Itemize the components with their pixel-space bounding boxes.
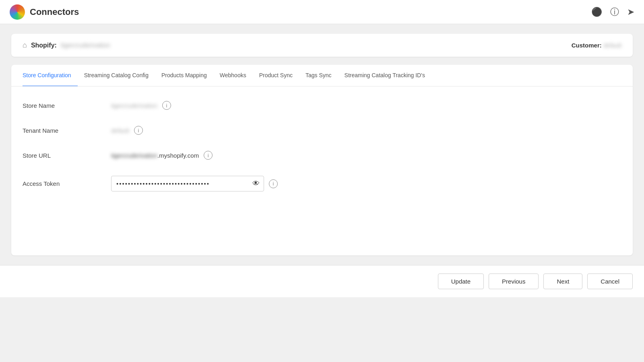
tab-streaming-catalog-config[interactable]: Streaming Catalog Config — [78, 65, 155, 86]
previous-button[interactable]: Previous — [489, 274, 539, 289]
toggle-visibility-icon[interactable]: 👁 — [252, 179, 260, 188]
store-url-label: Store URL — [23, 152, 111, 159]
app-title: Connectors — [30, 7, 79, 17]
home-icon[interactable]: ⌂ — [23, 41, 27, 49]
tenant-name-row: Tenant Name default i — [23, 126, 621, 135]
access-token-input-wrapper: 👁 — [111, 176, 264, 191]
shopify-left: ⌂ Shopify: tigercruderivation — [23, 41, 110, 49]
store-url-info-icon[interactable]: i — [204, 151, 213, 160]
tenant-name-value: default — [111, 127, 129, 134]
store-name-row: Store Name tigercruderivation i — [23, 101, 621, 110]
help-icon[interactable]: ⓘ — [610, 6, 619, 18]
logout-icon[interactable]: ➤ — [627, 7, 634, 17]
customer-label: Customer: default — [572, 42, 621, 49]
tabs-nav: Store Configuration Streaming Catalog Co… — [11, 65, 633, 86]
tenant-name-info-icon[interactable]: i — [134, 126, 143, 135]
customer-info: Customer: default — [572, 42, 621, 49]
next-button[interactable]: Next — [543, 274, 582, 289]
store-url-blurred: tigercruderivation — [111, 152, 157, 159]
store-name-label: Store Name — [23, 102, 111, 109]
store-name-info-icon[interactable]: i — [162, 101, 171, 110]
tenant-name-label: Tenant Name — [23, 127, 111, 134]
tab-products-mapping[interactable]: Products Mapping — [155, 65, 213, 86]
content-card: Store Configuration Streaming Catalog Co… — [11, 65, 633, 255]
form-area: Store Name tigercruderivation i Tenant N… — [11, 86, 633, 255]
main-content: ⌂ Shopify: tigercruderivation Customer: … — [0, 24, 644, 265]
customer-value: default — [603, 42, 621, 49]
access-token-row: Access Token 👁 i — [23, 176, 621, 191]
app-header: Connectors ⚫ ⓘ ➤ — [0, 0, 644, 24]
tab-webhooks[interactable]: Webhooks — [213, 65, 253, 86]
app-logo — [10, 4, 25, 20]
store-url-value: tigercruderivation.myshopify.com — [111, 152, 199, 159]
access-token-label: Access Token — [23, 180, 111, 187]
tab-product-sync[interactable]: Product Sync — [253, 65, 299, 86]
header-icons: ⚫ ⓘ ➤ — [591, 6, 634, 18]
tab-streaming-catalog-tracking[interactable]: Streaming Catalog Tracking ID's — [338, 65, 431, 86]
store-url-row: Store URL tigercruderivation.myshopify.c… — [23, 151, 621, 160]
tab-tags-sync[interactable]: Tags Sync — [299, 65, 338, 86]
update-button[interactable]: Update — [438, 274, 484, 289]
tab-store-configuration[interactable]: Store Configuration — [23, 65, 78, 86]
store-name-value: tigercruderivation — [111, 102, 157, 109]
header-left: Connectors — [10, 4, 79, 20]
access-token-input[interactable] — [111, 176, 264, 191]
shopify-store-name: tigercruderivation — [61, 42, 110, 49]
footer: Update Previous Next Cancel — [0, 265, 644, 297]
cancel-button[interactable]: Cancel — [587, 274, 633, 289]
access-token-info-icon[interactable]: i — [269, 179, 278, 188]
shopify-label: Shopify: — [31, 42, 57, 49]
shopify-breadcrumb: ⌂ Shopify: tigercruderivation Customer: … — [11, 34, 633, 57]
user-icon[interactable]: ⚫ — [591, 7, 602, 17]
